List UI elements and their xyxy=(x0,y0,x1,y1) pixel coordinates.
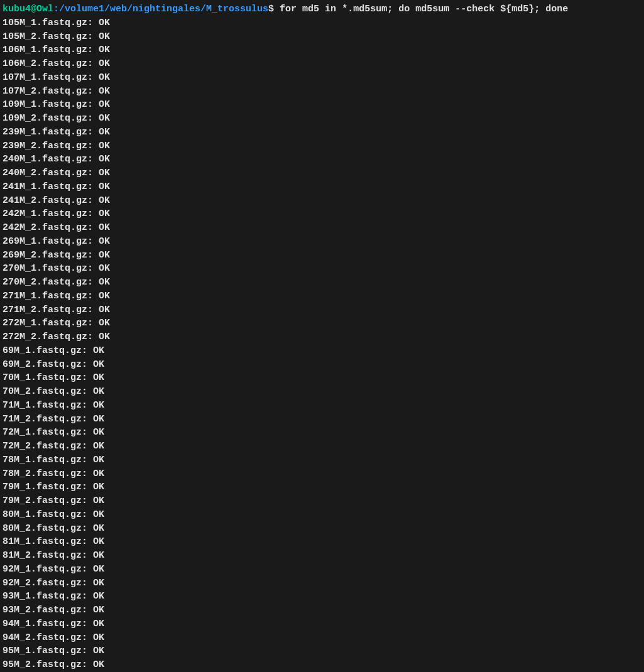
output-line: 95M_1.fastq.gz: OK xyxy=(3,644,641,658)
output-line: 72M_2.fastq.gz: OK xyxy=(3,440,641,453)
output-line: 240M_2.fastq.gz: OK xyxy=(3,166,641,180)
output-line: 270M_2.fastq.gz: OK xyxy=(3,276,641,290)
output-line: 81M_1.fastq.gz: OK xyxy=(3,535,641,549)
output-line: 107M_1.fastq.gz: OK xyxy=(3,71,641,85)
command-text: for md5 in *.md5sum; do md5sum --check $… xyxy=(280,4,568,14)
prompt-path: /volume1/web/nightingales/M_trossulus xyxy=(59,4,268,14)
output-line: 78M_2.fastq.gz: OK xyxy=(3,467,641,481)
output-line: 240M_1.fastq.gz: OK xyxy=(3,153,641,166)
output-line: 109M_2.fastq.gz: OK xyxy=(3,112,641,126)
terminal[interactable]: kubu4@Owl:/volume1/web/nightingales/M_tr… xyxy=(3,3,641,672)
output-line: 105M_2.fastq.gz: OK xyxy=(3,30,641,44)
output-line: 92M_1.fastq.gz: OK xyxy=(3,563,641,577)
output-line: 79M_2.fastq.gz: OK xyxy=(3,494,641,508)
output-line: 270M_1.fastq.gz: OK xyxy=(3,262,641,276)
output-line: 94M_2.fastq.gz: OK xyxy=(3,631,641,645)
output-line: 271M_1.fastq.gz: OK xyxy=(3,290,641,303)
output-line: 69M_1.fastq.gz: OK xyxy=(3,344,641,358)
output-line: 239M_2.fastq.gz: OK xyxy=(3,139,641,153)
output-line: 78M_1.fastq.gz: OK xyxy=(3,453,641,467)
prompt-dollar: $ xyxy=(268,4,280,14)
output-block: 105M_1.fastq.gz: OK105M_2.fastq.gz: OK10… xyxy=(3,16,641,672)
prompt-colon: : xyxy=(53,4,59,14)
output-line: 242M_1.fastq.gz: OK xyxy=(3,207,641,221)
output-line: 241M_2.fastq.gz: OK xyxy=(3,194,641,208)
output-line: 92M_2.fastq.gz: OK xyxy=(3,577,641,590)
output-line: 70M_2.fastq.gz: OK xyxy=(3,385,641,399)
output-line: 107M_2.fastq.gz: OK xyxy=(3,85,641,99)
output-line: 106M_2.fastq.gz: OK xyxy=(3,57,641,71)
output-line: 241M_1.fastq.gz: OK xyxy=(3,180,641,194)
output-line: 80M_2.fastq.gz: OK xyxy=(3,522,641,536)
output-line: 69M_2.fastq.gz: OK xyxy=(3,358,641,372)
output-line: 105M_1.fastq.gz: OK xyxy=(3,16,641,30)
output-line: 70M_1.fastq.gz: OK xyxy=(3,371,641,385)
output-line: 269M_1.fastq.gz: OK xyxy=(3,235,641,249)
output-line: 94M_1.fastq.gz: OK xyxy=(3,617,641,631)
output-line: 272M_1.fastq.gz: OK xyxy=(3,317,641,330)
command-line-1: kubu4@Owl:/volume1/web/nightingales/M_tr… xyxy=(3,3,641,16)
output-line: 79M_1.fastq.gz: OK xyxy=(3,480,641,494)
output-line: 269M_2.fastq.gz: OK xyxy=(3,249,641,263)
output-line: 80M_1.fastq.gz: OK xyxy=(3,508,641,522)
output-line: 109M_1.fastq.gz: OK xyxy=(3,98,641,112)
output-line: 239M_1.fastq.gz: OK xyxy=(3,126,641,139)
output-line: 93M_1.fastq.gz: OK xyxy=(3,590,641,604)
output-line: 71M_2.fastq.gz: OK xyxy=(3,413,641,426)
output-line: 271M_2.fastq.gz: OK xyxy=(3,303,641,317)
prompt-user: kubu4@Owl xyxy=(3,4,53,14)
output-line: 272M_2.fastq.gz: OK xyxy=(3,330,641,344)
output-line: 71M_1.fastq.gz: OK xyxy=(3,399,641,413)
output-line: 95M_2.fastq.gz: OK xyxy=(3,658,641,672)
output-line: 72M_1.fastq.gz: OK xyxy=(3,426,641,440)
output-line: 93M_2.fastq.gz: OK xyxy=(3,604,641,617)
output-line: 242M_2.fastq.gz: OK xyxy=(3,221,641,235)
output-line: 106M_1.fastq.gz: OK xyxy=(3,43,641,57)
output-line: 81M_2.fastq.gz: OK xyxy=(3,549,641,563)
